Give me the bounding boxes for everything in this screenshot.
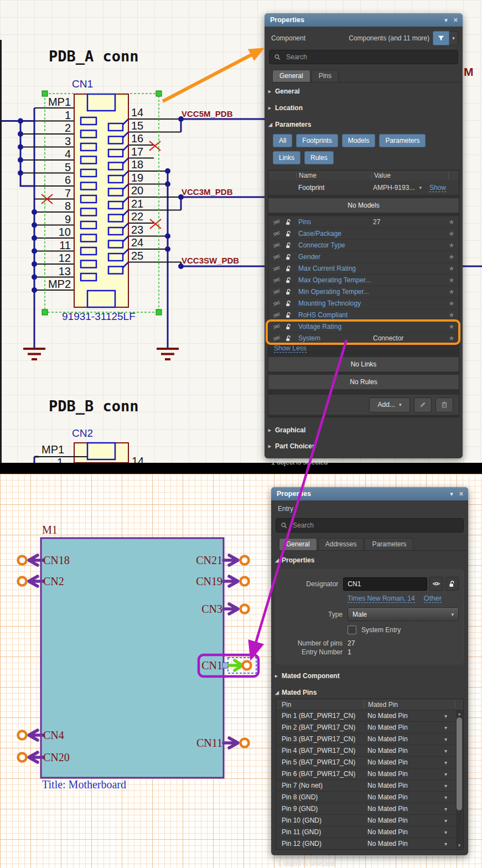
connector-a-symbol[interactable]	[74, 94, 128, 307]
star-icon[interactable]: ★	[444, 323, 459, 330]
value-column-header[interactable]: Value	[371, 172, 448, 179]
mated-pin-row[interactable]: Pin 11 (GND) No Mated Pin ▾	[276, 826, 463, 838]
eye-slash-icon[interactable]	[273, 276, 281, 284]
unlock-icon[interactable]	[285, 230, 292, 237]
filter-button[interactable]: Links	[273, 151, 300, 164]
tab-addresses[interactable]: Addresses	[318, 538, 364, 550]
mated-pin-row[interactable]: Pin 5 (BAT_PWR17_CN) No Mated Pin ▾	[276, 756, 463, 768]
unlock-icon[interactable]	[285, 265, 292, 272]
star-icon[interactable]: ★	[444, 218, 459, 226]
star-icon[interactable]: ★	[444, 311, 459, 319]
search-input[interactable]	[292, 521, 454, 530]
connector-a-designator[interactable]: CN1	[72, 78, 93, 90]
footprint-row[interactable]: Footprint AMPH-9193... ▾ Show	[268, 180, 459, 195]
filter-button[interactable]: Models	[342, 134, 376, 147]
filter-button[interactable]: Parameters	[379, 134, 426, 147]
edit-button[interactable]	[414, 397, 432, 412]
filter-dropdown-icon[interactable]: ▾	[449, 31, 458, 45]
eye-slash-icon[interactable]	[273, 323, 281, 330]
panel-titlebar[interactable]: Properties ▾ ✕	[265, 13, 463, 27]
parameter-row[interactable]: Mounting Technology ★	[268, 297, 459, 309]
system-entry-checkbox[interactable]	[348, 626, 356, 634]
footprint-dropdown-icon[interactable]: ▾	[419, 185, 422, 190]
section-general[interactable]: ▸ General	[265, 86, 463, 96]
entry-cn20[interactable]: CN20	[43, 751, 70, 764]
unlock-icon[interactable]	[285, 277, 292, 284]
panel-titlebar[interactable]: Properties ▾ ✕	[271, 487, 468, 500]
mated-pin-row[interactable]: Pin 7 (No net) No Mated Pin ▾	[276, 779, 463, 791]
star-icon[interactable]: ★	[444, 276, 459, 284]
eye-slash-icon[interactable]	[273, 230, 281, 237]
star-icon[interactable]: ★	[444, 334, 459, 342]
star-icon[interactable]: ★	[444, 230, 459, 237]
parameter-row[interactable]: Min Operating Temper... ★	[268, 286, 459, 297]
eye-slash-icon[interactable]	[273, 288, 281, 296]
pin-panel-icon[interactable]: ▾	[444, 17, 448, 24]
close-icon[interactable]: ✕	[459, 490, 464, 498]
filter-button[interactable]: All	[273, 134, 292, 147]
filter-button[interactable]: Rules	[304, 151, 334, 164]
section-parameters[interactable]: ◢ Parameters	[265, 120, 463, 130]
parameter-row[interactable]: Case/Package ★	[268, 228, 459, 239]
name-column-header[interactable]: Name	[297, 172, 371, 179]
table-scrollbar[interactable]: ▴ ▾	[456, 710, 463, 849]
pin-panel-icon[interactable]: ▾	[450, 490, 453, 498]
eye-slash-icon[interactable]	[273, 253, 281, 261]
parameter-row[interactable]: Max Current Rating ★	[268, 262, 459, 274]
scrollbar-thumb[interactable]	[457, 717, 462, 810]
eye-slash-icon[interactable]	[273, 334, 281, 342]
section-properties[interactable]: ◢ Properties	[271, 555, 468, 565]
unlock-icon[interactable]	[285, 254, 292, 261]
entry-cn21[interactable]: CN21	[183, 554, 222, 567]
search-box[interactable]	[269, 50, 458, 64]
tab-parameters[interactable]: Parameters	[365, 538, 413, 550]
font-link[interactable]: Times New Roman, 14	[348, 595, 415, 603]
entry-cn1-selected[interactable]: CN1	[183, 659, 222, 672]
visibility-button[interactable]	[429, 577, 443, 591]
mated-pin-row[interactable]: Pin 8 (GND) No Mated Pin ▾	[276, 791, 463, 803]
scroll-down-icon[interactable]: ▾	[456, 843, 463, 848]
entry-cn2[interactable]: CN2	[43, 575, 64, 588]
add-button[interactable]: Add... ▾	[369, 397, 410, 412]
mated-pin-column-header[interactable]: Mated Pin	[364, 701, 455, 709]
mated-pin-row[interactable]: Pin 9 (GND) No Mated Pin ▾	[276, 803, 463, 814]
right-ports[interactable]	[241, 556, 249, 747]
footprint-value[interactable]: AMPH-9193...	[371, 184, 414, 192]
eye-slash-icon[interactable]	[273, 218, 281, 226]
show-less-link[interactable]: Show Less	[274, 344, 307, 353]
entry-cn11[interactable]: CN11	[183, 737, 222, 750]
entry-cn3[interactable]: CN3	[183, 603, 222, 616]
unlock-icon[interactable]	[285, 219, 292, 226]
section-mated-pins[interactable]: ◢ Mated Pins	[271, 688, 468, 698]
eye-slash-icon[interactable]	[273, 241, 281, 249]
section-mated-component[interactable]: ▸ Mated Component	[271, 671, 468, 681]
entry-cn19[interactable]: CN19	[183, 575, 222, 588]
unlock-icon[interactable]	[285, 242, 292, 249]
net-label-vcc5m[interactable]: VCC5M_PDB	[182, 109, 233, 118]
star-icon[interactable]: ★	[444, 265, 459, 272]
designator-input[interactable]	[343, 577, 427, 591]
tab-general[interactable]: General	[272, 70, 310, 82]
mated-pin-row[interactable]: Pin 4 (BAT_PWR17_CN) No Mated Pin ▾	[276, 745, 463, 756]
eye-slash-icon[interactable]	[273, 265, 281, 272]
filter-button[interactable]: Footprints	[296, 134, 338, 147]
mated-pin-row[interactable]: Pin 2 (BAT_PWR17_CN) No Mated Pin ▾	[276, 721, 463, 733]
mated-pin-row[interactable]: Pin 10 (GND) No Mated Pin ▾	[276, 814, 463, 826]
eye-slash-icon[interactable]	[273, 299, 281, 307]
mated-pin-row[interactable]: Pin 12 (GND) No Mated Pin ▾	[276, 838, 463, 849]
connector-b-designator[interactable]: CN2	[72, 427, 93, 440]
star-icon[interactable]: ★	[444, 253, 459, 261]
section-graphical[interactable]: ▸ Graphical	[265, 425, 463, 435]
section-location[interactable]: ▸ Location	[265, 103, 463, 113]
unlock-icon[interactable]	[285, 288, 292, 296]
entry-cn4[interactable]: CN4	[43, 729, 64, 742]
connector-a-part-number[interactable]: 91931-31125LF	[62, 311, 136, 323]
tab-general[interactable]: General	[279, 538, 317, 550]
eye-slash-icon[interactable]	[273, 311, 281, 319]
delete-button[interactable]	[436, 397, 453, 412]
pin-column-header[interactable]: Pin	[276, 701, 364, 709]
net-label-vcc3sw[interactable]: VCC3SW_PDB	[182, 256, 239, 265]
close-icon[interactable]: ✕	[453, 17, 458, 24]
net-label-vcc3m[interactable]: VCC3M_PDB	[182, 187, 233, 197]
star-icon[interactable]: ★	[444, 299, 459, 307]
